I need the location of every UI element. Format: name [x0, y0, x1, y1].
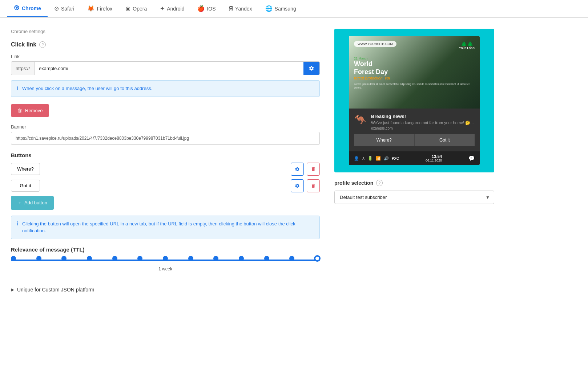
profile-heading: profile selection	[334, 180, 373, 186]
chat-icon: 💬	[468, 155, 475, 161]
nav-item-samsung[interactable]: 🌐 Samsung	[259, 0, 303, 17]
slider-dot-10	[264, 256, 269, 261]
button-2-settings[interactable]	[291, 179, 304, 192]
kangaroo-icon: 🦘	[354, 114, 367, 126]
slider-dot-12[interactable]	[315, 256, 320, 261]
battery-icon: 🔋	[368, 156, 373, 161]
nav-item-ios[interactable]: 🍎 IOS	[191, 0, 222, 17]
nav-label-firefox: Firefox	[97, 6, 112, 12]
phone-image-area: WWW.YOURSITE.COM 🌲🌲 YOUR LOGO 21 March W…	[349, 36, 480, 109]
slider-dot-1	[36, 256, 41, 261]
banner-section: Banner	[11, 124, 320, 145]
chrome-icon	[14, 5, 20, 12]
notification-button-where[interactable]: Where?	[354, 134, 414, 146]
nav-item-yandex[interactable]: Я Yandex	[222, 0, 259, 17]
phone-top-bar: WWW.YOURSITE.COM 🌲🌲 YOUR LOGO	[354, 41, 475, 49]
buttons-heading: Buttons	[11, 152, 320, 158]
buttons-section: Buttons Where? Got it	[11, 152, 320, 239]
notification-body: We've just found a kangaroo not far from…	[371, 120, 474, 126]
remove-button[interactable]: 🗑 Remove	[11, 104, 49, 117]
info-icon: i	[17, 85, 19, 91]
section-title: Chrome settings	[11, 29, 320, 34]
nav-item-safari[interactable]: ⊘ Safari	[48, 0, 81, 17]
slider-dot-7	[188, 256, 193, 261]
profile-help-icon[interactable]: ?	[376, 180, 383, 186]
click-link-heading: Click link	[11, 41, 36, 48]
status-time: 13:54 06.11.2020	[426, 154, 442, 162]
phone-status-bar: 👤 ∧ 🔋 📶 🔊 РУС 13:54 06.11.2020 💬	[349, 151, 480, 165]
link-info-text: When you click on a message, the user wi…	[22, 85, 152, 92]
phone-body-text: Lorem ipsum dolor sit amet, consectetur …	[354, 82, 475, 90]
button-got-it[interactable]: Got it	[11, 180, 40, 192]
buttons-info-text: Clicking the button will open the specif…	[22, 220, 314, 234]
volume-icon: 🔊	[384, 156, 389, 161]
slider-dot-2	[61, 256, 67, 261]
ttl-value-label: 1 week	[11, 266, 320, 271]
link-field-label: Link	[11, 54, 320, 59]
button-2-delete[interactable]	[307, 179, 320, 192]
chevron-up-icon: ∧	[362, 156, 365, 161]
wifi-icon: 📶	[376, 156, 381, 161]
banner-input[interactable]	[11, 132, 320, 145]
nav-label-opera: Opera	[133, 6, 147, 12]
trash-icon-2	[311, 183, 316, 188]
click-link-help-icon[interactable]: ?	[39, 41, 46, 48]
status-icons: 👤 ∧ 🔋 📶 🔊 РУС	[354, 156, 399, 161]
time-value: 13:54	[426, 154, 442, 159]
phone-logo: 🌲🌲 YOUR LOGO	[459, 41, 475, 49]
ttl-slider-wrapper: 1 week	[11, 258, 320, 279]
button-1-settings[interactable]	[291, 163, 304, 176]
slider-dot-5	[137, 256, 142, 261]
nav-label-ios: IOS	[207, 6, 216, 12]
phone-image-overlay: WWW.YOURSITE.COM 🌲🌲 YOUR LOGO 21 March W…	[349, 36, 480, 109]
nav-item-firefox[interactable]: 🦊 Firefox	[81, 0, 119, 17]
nav-item-android[interactable]: ✦ Android	[153, 0, 191, 17]
notification-title: Breaking news!	[371, 114, 474, 119]
opera-icon: ◉	[125, 5, 130, 12]
ios-icon: 🍎	[197, 5, 205, 12]
custom-json-row[interactable]: ▶ Unique for Custom JSON platform	[11, 287, 320, 293]
slider-dot-3	[87, 256, 92, 261]
notification-buttons: Where? Got it	[354, 134, 475, 146]
add-button[interactable]: ＋ Add button	[11, 196, 54, 210]
profile-select[interactable]: Default test subscriber Test subscriber …	[334, 191, 494, 204]
notification-url: example.com	[371, 126, 474, 130]
slider-dot-6	[163, 256, 168, 261]
slider-dots	[11, 256, 320, 261]
samsung-icon: 🌐	[265, 5, 273, 12]
custom-json-label: Unique for Custom JSON platform	[17, 287, 94, 293]
ttl-section: Relevance of message (TTL)	[11, 246, 320, 279]
logo-trees-icon: 🌲🌲	[461, 41, 473, 47]
trash-icon-1	[311, 167, 316, 172]
remove-button-label: Remove	[25, 108, 43, 113]
top-navigation: Chrome ⊘ Safari 🦊 Firefox ◉ Opera ✦ Andr…	[0, 0, 588, 17]
lang-indicator: РУС	[392, 156, 399, 160]
link-input-wrapper: https://	[11, 61, 320, 75]
button-where[interactable]: Where?	[11, 163, 40, 175]
chevron-right-icon: ▶	[11, 287, 14, 292]
banner-label: Banner	[11, 124, 320, 130]
phone-date: 21 March	[354, 57, 475, 60]
click-link-header: Click link ?	[11, 41, 320, 48]
link-input[interactable]	[35, 62, 303, 75]
main-container: Chrome settings Click link ? Link https:…	[0, 18, 588, 303]
phone-url-bar: WWW.YOURSITE.COM	[354, 41, 396, 47]
link-settings-button[interactable]	[303, 62, 319, 75]
preview-container: WWW.YOURSITE.COM 🌲🌲 YOUR LOGO 21 March W…	[334, 29, 494, 172]
phone-subtitle: forest protection, vol	[354, 76, 475, 80]
android-icon: ✦	[160, 5, 165, 12]
notification-button-got-it[interactable]: Got it	[414, 134, 475, 146]
notification-text: Breaking news! We've just found a kangar…	[371, 114, 474, 130]
slider-dot-9	[239, 256, 244, 261]
nav-label-safari: Safari	[61, 6, 74, 12]
nav-label-yandex: Yandex	[235, 6, 252, 12]
nav-item-chrome[interactable]: Chrome	[7, 0, 48, 17]
notification-header: 🦘 Breaking news! We've just found a kang…	[354, 114, 475, 130]
gear-icon-1	[295, 167, 300, 172]
firefox-icon: 🦊	[87, 5, 94, 12]
phone-mockup: WWW.YOURSITE.COM 🌲🌲 YOUR LOGO 21 March W…	[349, 36, 480, 165]
nav-item-opera[interactable]: ◉ Opera	[119, 0, 153, 17]
buttons-info-icon: i	[17, 221, 19, 226]
add-button-label: Add button	[24, 200, 47, 205]
button-1-delete[interactable]	[307, 163, 320, 176]
